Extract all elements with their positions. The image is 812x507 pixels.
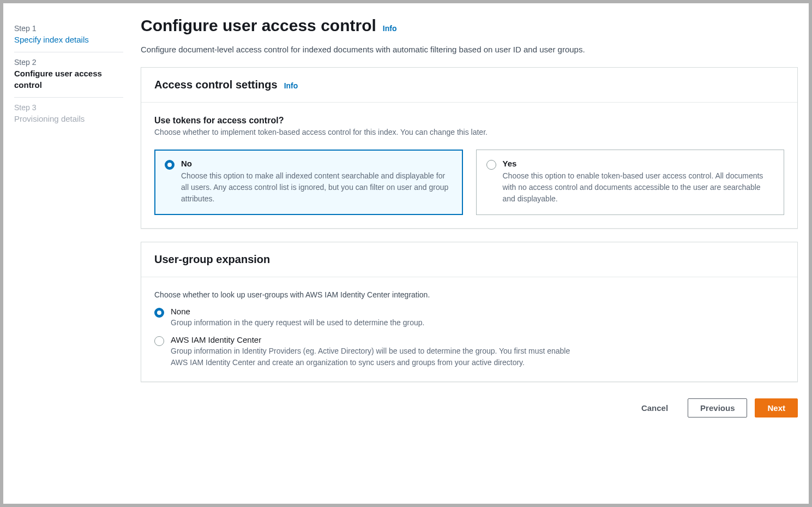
token-option-yes-radio[interactable] <box>486 160 496 170</box>
token-option-yes-label: Yes <box>503 159 774 168</box>
token-option-yes-desc: Choose this option to enable token-based… <box>503 170 774 205</box>
token-option-no[interactable]: No Choose this option to make all indexe… <box>154 150 463 215</box>
token-option-no-desc: Choose this option to make all indexed c… <box>181 170 453 205</box>
token-option-tiles: No Choose this option to make all indexe… <box>154 150 784 215</box>
user-group-option-iam[interactable]: AWS IAM Identity Center Group informatio… <box>154 335 784 368</box>
page-info-link[interactable]: Info <box>383 24 397 33</box>
user-group-option-iam-label: AWS IAM Identity Center <box>171 335 585 344</box>
access-control-panel-body: Use tokens for access control? Choose wh… <box>141 103 797 228</box>
page-description: Configure document-level access control … <box>141 45 798 54</box>
user-group-radio-list: None Group information in the query requ… <box>154 307 784 368</box>
access-control-panel: Access control settings Info Use tokens … <box>141 67 798 229</box>
access-control-panel-header: Access control settings Info <box>141 68 797 103</box>
token-question-title: Use tokens for access control? <box>154 116 784 126</box>
token-option-no-label: No <box>181 159 453 168</box>
user-group-option-none[interactable]: None Group information in the query requ… <box>154 307 784 329</box>
access-control-info-link[interactable]: Info <box>284 81 298 90</box>
token-question-sub: Choose whether to implement token-based … <box>154 128 784 136</box>
access-control-panel-title: Access control settings <box>154 79 278 91</box>
user-group-panel-header: User-group expansion <box>141 242 797 277</box>
user-group-panel: User-group expansion Choose whether to l… <box>141 242 798 382</box>
user-group-question-sub: Choose whether to look up user-groups wi… <box>154 290 784 299</box>
page-title: Configure user access control <box>141 16 376 35</box>
user-group-option-none-label: None <box>171 307 424 316</box>
user-group-option-none-desc: Group information in the query request w… <box>171 317 424 329</box>
token-option-no-radio[interactable] <box>165 160 175 170</box>
previous-button[interactable]: Previous <box>688 398 747 417</box>
wizard-step-2-label: Step 2 <box>14 58 123 67</box>
wizard-step-3-label: Step 3 <box>14 103 123 112</box>
token-option-yes[interactable]: Yes Choose this option to enable token-b… <box>476 150 785 215</box>
user-group-panel-title: User-group expansion <box>154 253 270 266</box>
wizard-step-2-title: Configure user access control <box>14 68 123 91</box>
wizard-step-1-title: Specify index details <box>14 34 123 45</box>
user-group-option-iam-desc: Group information in Identity Providers … <box>171 345 585 368</box>
wizard-steps-nav: Step 1 Specify index details Step 2 Conf… <box>14 16 123 491</box>
wizard-footer: Cancel Previous Next <box>141 398 798 417</box>
wizard-step-2: Step 2 Configure user access control <box>14 52 123 98</box>
user-group-option-none-radio[interactable] <box>154 308 164 318</box>
user-group-panel-body: Choose whether to look up user-groups wi… <box>141 277 797 381</box>
cancel-button[interactable]: Cancel <box>629 399 680 417</box>
main-content: Configure user access control Info Confi… <box>141 16 798 491</box>
wizard-step-3-title: Provisioning details <box>14 113 123 124</box>
wizard-step-3: Step 3 Provisioning details <box>14 98 123 131</box>
user-group-option-iam-radio[interactable] <box>154 336 164 346</box>
wizard-frame: Step 1 Specify index details Step 2 Conf… <box>0 0 812 507</box>
next-button[interactable]: Next <box>755 398 798 417</box>
wizard-step-1-label: Step 1 <box>14 24 123 33</box>
page-header: Configure user access control Info <box>141 16 798 35</box>
wizard-step-1[interactable]: Step 1 Specify index details <box>14 19 123 52</box>
